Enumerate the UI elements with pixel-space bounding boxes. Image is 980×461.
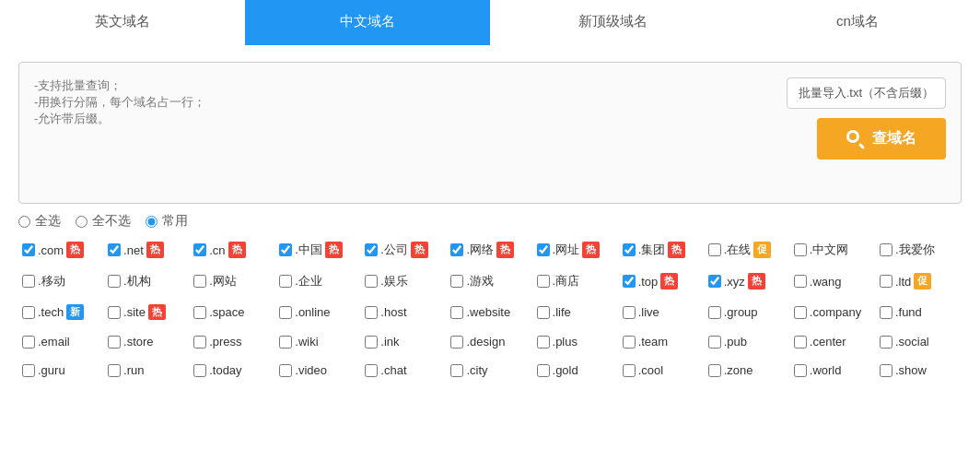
tab-chinese[interactable]: 中文域名 (245, 0, 490, 45)
domain-item[interactable]: .商店 (533, 268, 619, 294)
domain-item[interactable]: .ink (361, 330, 447, 353)
domain-name: .city (466, 363, 487, 377)
domain-item[interactable]: .world (790, 359, 876, 382)
domain-item[interactable]: .group (705, 300, 790, 325)
domain-name: .公司 (380, 242, 408, 258)
domain-item[interactable]: .design (447, 330, 532, 353)
domain-item[interactable]: .website (447, 300, 532, 325)
domain-item[interactable]: .xyz热 (705, 268, 790, 294)
domain-name: .机构 (123, 273, 151, 290)
domain-item[interactable]: .net热 (104, 237, 190, 263)
domain-item[interactable]: .gold (533, 359, 619, 382)
domain-item[interactable]: .我爱你 (876, 237, 962, 263)
domain-badge: 热 (148, 304, 166, 320)
domain-item[interactable]: .中文网 (790, 237, 876, 263)
domain-name: .网站 (209, 273, 237, 290)
domain-item[interactable]: .网络热 (447, 237, 532, 263)
domain-item[interactable]: .com热 (18, 237, 104, 263)
domain-item[interactable]: .today (190, 359, 275, 382)
domain-name: .商店 (553, 273, 580, 290)
domain-name: .press (209, 335, 241, 349)
domain-item[interactable]: .网址热 (533, 237, 619, 263)
import-button[interactable]: 批量导入.txt（不含后缀） (787, 77, 946, 109)
domain-name: .pub (724, 335, 747, 349)
domain-name: .我爱你 (895, 242, 935, 258)
domain-item[interactable]: .team (619, 330, 705, 353)
domain-item[interactable]: .集团热 (619, 237, 705, 263)
deselect-all-label: 全不选 (92, 213, 131, 230)
domain-item[interactable]: .pub (705, 330, 790, 353)
domain-item[interactable]: .网站 (190, 268, 275, 294)
domain-item[interactable]: .cn热 (190, 237, 275, 263)
domain-item[interactable]: .游戏 (447, 268, 532, 294)
domain-item[interactable]: .store (104, 330, 190, 353)
domain-name: .游戏 (466, 273, 494, 290)
domain-item[interactable]: .run (104, 359, 190, 382)
domain-name: .chat (380, 363, 406, 377)
domain-item[interactable]: .city (447, 359, 532, 382)
tab-english[interactable]: 英文域名 (0, 0, 245, 45)
domain-item[interactable]: .娱乐 (361, 268, 447, 294)
domain-item[interactable]: .企业 (275, 268, 361, 294)
domain-name: .social (895, 335, 929, 349)
domain-badge: 热 (146, 242, 164, 257)
domain-badge: 热 (325, 242, 343, 257)
domain-item[interactable]: .site热 (104, 300, 190, 325)
domain-name: .top (638, 275, 659, 289)
domain-name: .ltd (895, 275, 911, 289)
domain-item[interactable]: .top热 (619, 268, 705, 294)
common-option[interactable]: 常用 (146, 213, 188, 230)
domain-name: .life (553, 305, 571, 319)
tab-new-tld[interactable]: 新顶级域名 (490, 0, 735, 45)
domain-item[interactable]: .center (790, 330, 876, 353)
domain-item[interactable]: .wiki (275, 330, 361, 353)
domain-name: .网络 (466, 242, 494, 258)
domain-item[interactable]: .移动 (18, 268, 104, 294)
domain-item[interactable]: .zone (705, 359, 790, 382)
domain-item[interactable]: .host (361, 300, 447, 325)
domain-item[interactable]: .cool (619, 359, 705, 382)
domain-name: .wiki (295, 335, 318, 349)
search-btn-label: 查域名 (872, 129, 916, 148)
tab-cn[interactable]: cn域名 (735, 0, 980, 45)
select-all-option[interactable]: 全选 (18, 213, 61, 230)
deselect-all-option[interactable]: 全不选 (76, 213, 131, 230)
search-button[interactable]: 查域名 (817, 118, 946, 160)
domain-search-input[interactable] (34, 77, 772, 188)
domain-item[interactable]: .email (18, 330, 104, 353)
domain-name: .host (380, 305, 406, 319)
domain-item[interactable]: .wang (790, 268, 876, 294)
domain-item[interactable]: .company (790, 300, 876, 325)
domain-item[interactable]: .tech新 (18, 300, 104, 325)
domain-item[interactable]: .guru (18, 359, 104, 382)
domain-name: .run (123, 363, 144, 377)
domain-item[interactable]: .online (275, 300, 361, 325)
domain-badge: 热 (582, 242, 600, 257)
domain-badge: 热 (496, 242, 514, 257)
search-icon (846, 130, 865, 148)
domain-item[interactable]: .chat (361, 359, 447, 382)
domain-badge: 热 (66, 242, 84, 257)
domain-item[interactable]: .social (876, 330, 962, 353)
domain-item[interactable]: .机构 (104, 268, 190, 294)
domain-item[interactable]: .ltd促 (876, 268, 962, 294)
domain-name: .企业 (295, 273, 322, 290)
domain-item[interactable]: .中国热 (275, 237, 361, 263)
search-sidebar: 批量导入.txt（不含后缀） 查域名 (787, 77, 946, 188)
tab-bar: 英文域名 中文域名 新顶级域名 cn域名 (0, 0, 980, 45)
domain-name: .ink (380, 335, 399, 349)
domain-item[interactable]: .fund (876, 300, 962, 325)
domain-item[interactable]: .plus (533, 330, 619, 353)
domain-item[interactable]: .video (275, 359, 361, 382)
options-row: 全选 全不选 常用 (18, 213, 962, 230)
domain-name: .tech (38, 305, 64, 319)
domain-name: .space (209, 305, 244, 319)
domain-item[interactable]: .press (190, 330, 275, 353)
domain-item[interactable]: .life (533, 300, 619, 325)
domain-name: .在线 (724, 242, 752, 258)
domain-item[interactable]: .show (876, 359, 962, 382)
domain-item[interactable]: .live (619, 300, 705, 325)
domain-item[interactable]: .space (190, 300, 275, 325)
domain-item[interactable]: .在线促 (705, 237, 790, 263)
domain-item[interactable]: .公司热 (361, 237, 447, 263)
